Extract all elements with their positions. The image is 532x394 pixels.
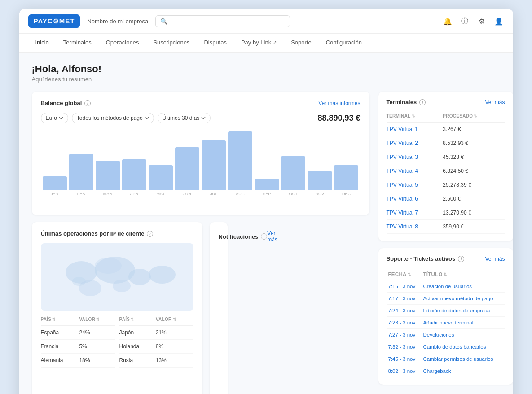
terminal-name[interactable]: TPV Virtual 7 [387,206,443,220]
ticket-row: 8:02 - 3 novChargeback [387,365,505,377]
nav: Inicio Terminales Operaciones Suscripcio… [19,34,513,53]
notifications-link[interactable]: Ver más [267,230,277,243]
ticket-titulo[interactable]: Activar nuevo método de pago [421,293,505,305]
balance-title: Balance global [41,100,82,106]
ticket-titulo[interactable]: Cambiar permisos de usuarios [421,353,505,365]
nav-item-configuracion[interactable]: Configuración [319,34,369,52]
country-table-left: PAÍS⇅ VALOR⇅ España24%Francia5%Alemania1… [41,315,115,368]
notification-icon[interactable]: 🔔 [442,16,453,26]
currency-select[interactable]: Euro [41,113,68,123]
chart-bar: JUL [202,140,226,196]
tickets-link[interactable]: Ver más [485,256,505,262]
country-value: 24% [79,326,114,340]
ticket-titulo[interactable]: Cambio de datos bancarios [421,341,505,353]
ticket-fecha: 7:15 - 3 nov [387,280,422,293]
terminals-title: Terminales [387,99,417,105]
ticket-fecha: 7:45 - 3 nov [387,353,422,365]
chart-bar: FEB [69,154,93,196]
tickets-col-fecha: FECHA⇅ [387,268,422,280]
nav-item-soporte[interactable]: Soporte [284,34,319,52]
ticket-titulo[interactable]: Añadir nuevo terminal [421,317,505,329]
operations-info-icon[interactable]: i [147,231,153,237]
terminal-name[interactable]: TPV Virtual 5 [387,178,443,192]
terminal-row: TPV Virtual 13.267 € [387,123,505,136]
nav-item-operaciones[interactable]: Operaciones [99,34,146,52]
ticket-titulo[interactable]: Devoluciones [421,329,505,341]
tickets-info-icon[interactable]: i [458,256,464,262]
nav-item-suscripciones[interactable]: Suscripciones [146,34,197,52]
notifications-info-icon[interactable]: i [261,233,267,240]
country-row: Holanda8% [119,340,193,354]
ticket-row: 7:17 - 3 novActivar nuevo método de pago [387,293,505,305]
balance-card: Balance global i Ver más informes Euro T… [32,92,369,215]
country-value: 8% [156,340,193,354]
terminal-name[interactable]: TPV Virtual 4 [387,164,443,178]
country-row: Francia5% [41,340,115,354]
terminal-row: TPV Virtual 525.278,39 € [387,178,505,192]
ticket-titulo[interactable]: Chargeback [421,365,505,377]
user-icon[interactable]: 👤 [493,16,504,26]
chart-bar: DEC [334,165,358,196]
country-value: 5% [79,340,114,354]
terminals-col-terminal: TERMINAL⇅ [387,112,443,123]
terminal-amount: 45.328 € [443,150,505,164]
col-valor-left: VALOR⇅ [79,315,114,326]
ticket-titulo[interactable]: Edición de datos de empresa [421,305,505,317]
nav-item-inicio[interactable]: Inicio [28,34,56,52]
svg-point-2 [128,269,151,285]
method-select[interactable]: Todos los métodos de pago [72,113,154,123]
tickets-title: Soporte - Tickets activos [387,255,456,262]
terminal-name[interactable]: TPV Virtual 1 [387,123,443,136]
chart-bar: JAN [43,176,67,196]
terminals-col-processed: PROCESADO⇅ [443,112,505,123]
country-row: España24% [41,326,115,340]
greeting-title: ¡Hola, Alfonso! [32,63,501,75]
help-icon[interactable]: ⓘ [459,16,470,26]
ticket-row: 7:27 - 3 novDevoluciones [387,329,505,341]
ticket-fecha: 7:32 - 3 nov [387,341,422,353]
nav-item-disputas[interactable]: Disputas [197,34,234,52]
ticket-fecha: 7:27 - 3 nov [387,329,422,341]
terminal-amount: 3.267 € [443,123,505,136]
terminal-name[interactable]: TPV Virtual 3 [387,150,443,164]
ticket-titulo[interactable]: Creación de usuarios [421,280,505,293]
terminal-amount: 13.270,90 € [443,206,505,220]
chart-bar: OCT [281,156,305,196]
balance-info-icon[interactable]: i [84,100,91,106]
greeting-subtitle: Aquí tienes tu resumen [32,76,501,83]
terminal-amount: 6.324,50 € [443,164,505,178]
nav-item-terminales[interactable]: Terminales [56,34,99,52]
terminal-row: TPV Virtual 46.324,50 € [387,164,505,178]
ticket-row: 7:24 - 3 novEdición de datos de empresa [387,305,505,317]
terminals-info-icon[interactable]: i [419,99,426,105]
ticket-row: 7:28 - 3 novAñadir nuevo terminal [387,317,505,329]
tickets-table: FECHA⇅ TÍTULO⇅ 7:15 - 3 novCreación de u… [387,268,505,377]
nav-item-paybylink[interactable]: Pay by Link ↗ [234,34,284,52]
search-input[interactable] [170,18,285,25]
country-value: 21% [156,326,193,340]
company-name: Nombre de mi empresa [87,18,148,25]
country-value: 13% [156,354,193,368]
terminal-name[interactable]: TPV Virtual 8 [387,220,443,234]
balance-link[interactable]: Ver más informes [318,100,360,106]
settings-icon[interactable]: ⚙ [476,16,487,26]
svg-point-7 [72,277,86,286]
terminals-link[interactable]: Ver más [485,99,505,105]
greeting: ¡Hola, Alfonso! Aquí tienes tu resumen [32,63,501,83]
ticket-row: 7:15 - 3 novCreación de usuarios [387,280,505,293]
period-select[interactable]: Últimos 30 días [158,113,211,123]
terminal-row: TPV Virtual 713.270,90 € [387,206,505,220]
terminals-table: TERMINAL⇅ PROCESADO⇅ TPV Virtual 13.267 … [387,112,505,234]
svg-point-3 [149,266,176,284]
chart-bar: JUN [175,147,199,196]
country-row: Japón21% [119,326,193,340]
ticket-row: 7:45 - 3 novCambiar permisos de usuarios [387,353,505,365]
terminal-name[interactable]: TPV Virtual 6 [387,192,443,206]
chart-bar: AUG [228,131,252,196]
terminal-row: TPV Virtual 62.500 € [387,192,505,206]
country-name: Francia [41,340,79,354]
terminal-name[interactable]: TPV Virtual 2 [387,136,443,150]
search-box: 🔍 [155,15,290,27]
notifications-card: Notificaciones i Ver más FECHA⇅ NOMBRE [210,222,228,394]
ticket-fecha: 7:24 - 3 nov [387,305,422,317]
